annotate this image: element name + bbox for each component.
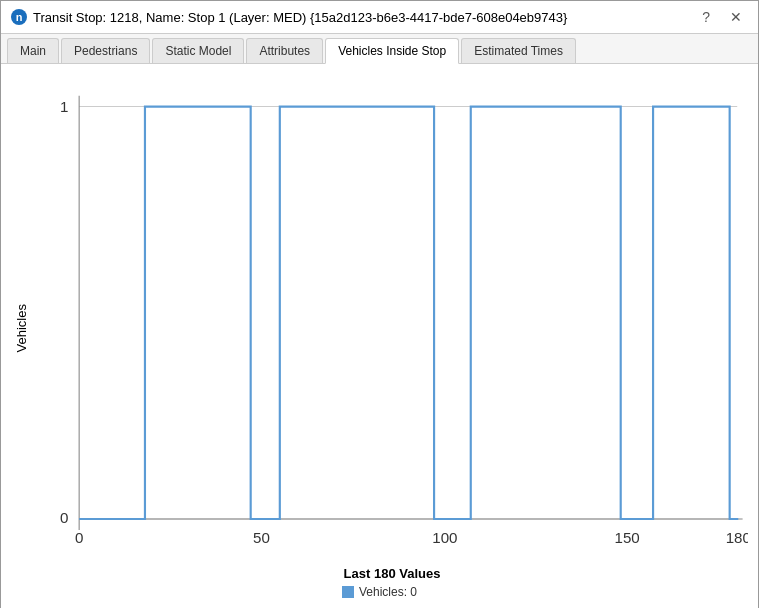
chart-container: Vehicles 1 0 bbox=[11, 74, 748, 601]
title-bar: n Transit Stop: 1218, Name: Stop 1 (Laye… bbox=[1, 1, 758, 34]
svg-text:1: 1 bbox=[60, 98, 68, 115]
tab-bar: Main Pedestrians Static Model Attributes… bbox=[1, 34, 758, 64]
tab-estimated-times[interactable]: Estimated Times bbox=[461, 38, 576, 63]
svg-text:100: 100 bbox=[432, 529, 457, 546]
app-icon: n bbox=[11, 9, 27, 25]
title-bar-left: n Transit Stop: 1218, Name: Stop 1 (Laye… bbox=[11, 9, 567, 25]
chart-svg-wrapper: 1 0 0 50 100 150 180 bbox=[36, 74, 748, 562]
legend-color-box bbox=[342, 586, 354, 598]
help-title-button[interactable]: ? bbox=[696, 7, 716, 27]
svg-text:150: 150 bbox=[615, 529, 640, 546]
chart-legend: Vehicles: 0 bbox=[11, 583, 748, 601]
window-title: Transit Stop: 1218, Name: Stop 1 (Layer:… bbox=[33, 10, 567, 25]
tab-static-model[interactable]: Static Model bbox=[152, 38, 244, 63]
tab-pedestrians[interactable]: Pedestrians bbox=[61, 38, 150, 63]
chart-svg: 1 0 0 50 100 150 180 bbox=[36, 74, 748, 562]
tab-attributes[interactable]: Attributes bbox=[246, 38, 323, 63]
svg-text:0: 0 bbox=[60, 509, 68, 526]
tab-main[interactable]: Main bbox=[7, 38, 59, 63]
svg-text:0: 0 bbox=[75, 529, 83, 546]
close-button[interactable]: ✕ bbox=[724, 7, 748, 27]
svg-text:180: 180 bbox=[726, 529, 748, 546]
chart-with-axes: 1 0 0 50 100 150 180 bbox=[36, 74, 748, 583]
title-bar-right: ? ✕ bbox=[696, 7, 748, 27]
chart-area: Vehicles 1 0 bbox=[11, 74, 748, 583]
legend-text: Vehicles: 0 bbox=[359, 585, 417, 599]
main-window: n Transit Stop: 1218, Name: Stop 1 (Laye… bbox=[0, 0, 759, 608]
x-axis-label: Last 180 Values bbox=[36, 562, 748, 583]
svg-text:50: 50 bbox=[253, 529, 270, 546]
y-axis-label: Vehicles bbox=[11, 74, 31, 583]
tab-vehicles-inside-stop[interactable]: Vehicles Inside Stop bbox=[325, 38, 459, 64]
content-area: Vehicles 1 0 bbox=[1, 64, 758, 608]
